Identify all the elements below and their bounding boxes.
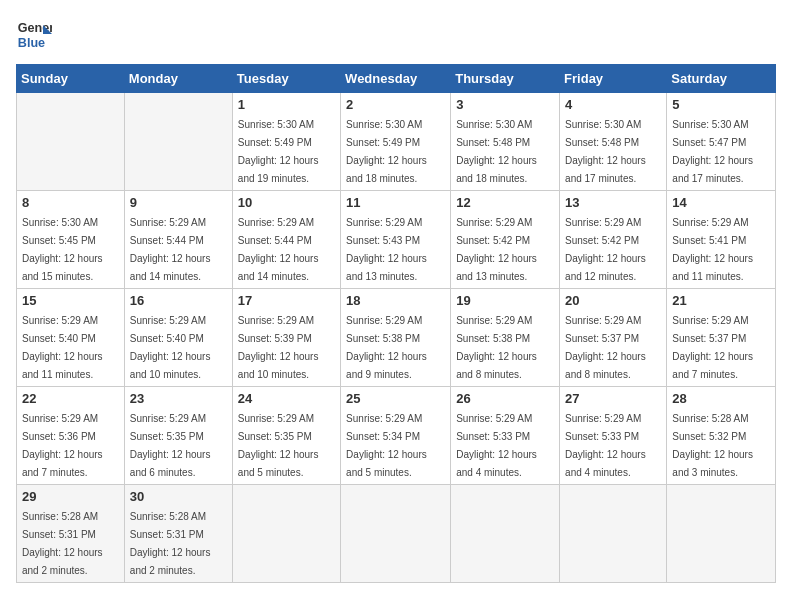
calendar-week-row: 15 Sunrise: 5:29 AMSunset: 5:40 PMDaylig… — [17, 289, 776, 387]
day-number: 29 — [22, 489, 119, 504]
day-info: Sunrise: 5:29 AMSunset: 5:38 PMDaylight:… — [456, 315, 537, 380]
weekday-header: Monday — [124, 65, 232, 93]
calendar-day-cell: 15 Sunrise: 5:29 AMSunset: 5:40 PMDaylig… — [17, 289, 125, 387]
calendar-empty-cell — [341, 485, 451, 583]
calendar-empty-cell — [667, 485, 776, 583]
calendar-week-row: 8 Sunrise: 5:30 AMSunset: 5:45 PMDayligh… — [17, 191, 776, 289]
day-info: Sunrise: 5:29 AMSunset: 5:37 PMDaylight:… — [565, 315, 646, 380]
calendar-day-cell: 26 Sunrise: 5:29 AMSunset: 5:33 PMDaylig… — [451, 387, 560, 485]
day-number: 17 — [238, 293, 335, 308]
day-info: Sunrise: 5:30 AMSunset: 5:48 PMDaylight:… — [456, 119, 537, 184]
calendar-week-row: 29 Sunrise: 5:28 AMSunset: 5:31 PMDaylig… — [17, 485, 776, 583]
day-info: Sunrise: 5:30 AMSunset: 5:45 PMDaylight:… — [22, 217, 103, 282]
day-number: 12 — [456, 195, 554, 210]
day-info: Sunrise: 5:29 AMSunset: 5:34 PMDaylight:… — [346, 413, 427, 478]
calendar-day-cell: 5 Sunrise: 5:30 AMSunset: 5:47 PMDayligh… — [667, 93, 776, 191]
day-number: 9 — [130, 195, 227, 210]
calendar-day-cell: 21 Sunrise: 5:29 AMSunset: 5:37 PMDaylig… — [667, 289, 776, 387]
calendar-day-cell: 25 Sunrise: 5:29 AMSunset: 5:34 PMDaylig… — [341, 387, 451, 485]
logo-icon: General Blue — [16, 16, 52, 52]
day-number: 23 — [130, 391, 227, 406]
calendar-day-cell: 19 Sunrise: 5:29 AMSunset: 5:38 PMDaylig… — [451, 289, 560, 387]
day-info: Sunrise: 5:29 AMSunset: 5:35 PMDaylight:… — [130, 413, 211, 478]
calendar-day-cell: 18 Sunrise: 5:29 AMSunset: 5:38 PMDaylig… — [341, 289, 451, 387]
day-number: 2 — [346, 97, 445, 112]
calendar-day-cell: 4 Sunrise: 5:30 AMSunset: 5:48 PMDayligh… — [560, 93, 667, 191]
day-info: Sunrise: 5:30 AMSunset: 5:49 PMDaylight:… — [238, 119, 319, 184]
day-number: 8 — [22, 195, 119, 210]
day-number: 26 — [456, 391, 554, 406]
calendar-day-cell: 17 Sunrise: 5:29 AMSunset: 5:39 PMDaylig… — [232, 289, 340, 387]
day-number: 4 — [565, 97, 661, 112]
day-number: 14 — [672, 195, 770, 210]
day-info: Sunrise: 5:30 AMSunset: 5:49 PMDaylight:… — [346, 119, 427, 184]
calendar-day-cell: 30 Sunrise: 5:28 AMSunset: 5:31 PMDaylig… — [124, 485, 232, 583]
day-number: 20 — [565, 293, 661, 308]
day-info: Sunrise: 5:30 AMSunset: 5:48 PMDaylight:… — [565, 119, 646, 184]
calendar-day-cell: 24 Sunrise: 5:29 AMSunset: 5:35 PMDaylig… — [232, 387, 340, 485]
calendar-week-row: 1 Sunrise: 5:30 AMSunset: 5:49 PMDayligh… — [17, 93, 776, 191]
calendar-day-cell: 2 Sunrise: 5:30 AMSunset: 5:49 PMDayligh… — [341, 93, 451, 191]
weekday-header: Friday — [560, 65, 667, 93]
day-number: 15 — [22, 293, 119, 308]
calendar-empty-cell — [17, 93, 125, 191]
day-number: 22 — [22, 391, 119, 406]
day-number: 30 — [130, 489, 227, 504]
calendar-day-cell: 13 Sunrise: 5:29 AMSunset: 5:42 PMDaylig… — [560, 191, 667, 289]
day-info: Sunrise: 5:29 AMSunset: 5:40 PMDaylight:… — [22, 315, 103, 380]
calendar-day-cell: 11 Sunrise: 5:29 AMSunset: 5:43 PMDaylig… — [341, 191, 451, 289]
day-number: 10 — [238, 195, 335, 210]
calendar-day-cell: 16 Sunrise: 5:29 AMSunset: 5:40 PMDaylig… — [124, 289, 232, 387]
day-info: Sunrise: 5:29 AMSunset: 5:42 PMDaylight:… — [565, 217, 646, 282]
day-info: Sunrise: 5:29 AMSunset: 5:35 PMDaylight:… — [238, 413, 319, 478]
calendar-day-cell: 10 Sunrise: 5:29 AMSunset: 5:44 PMDaylig… — [232, 191, 340, 289]
day-number: 24 — [238, 391, 335, 406]
day-info: Sunrise: 5:28 AMSunset: 5:31 PMDaylight:… — [130, 511, 211, 576]
calendar-day-cell: 20 Sunrise: 5:29 AMSunset: 5:37 PMDaylig… — [560, 289, 667, 387]
weekday-header: Sunday — [17, 65, 125, 93]
day-info: Sunrise: 5:29 AMSunset: 5:44 PMDaylight:… — [130, 217, 211, 282]
day-info: Sunrise: 5:29 AMSunset: 5:41 PMDaylight:… — [672, 217, 753, 282]
day-info: Sunrise: 5:28 AMSunset: 5:32 PMDaylight:… — [672, 413, 753, 478]
weekday-header: Tuesday — [232, 65, 340, 93]
day-info: Sunrise: 5:29 AMSunset: 5:40 PMDaylight:… — [130, 315, 211, 380]
day-info: Sunrise: 5:29 AMSunset: 5:39 PMDaylight:… — [238, 315, 319, 380]
calendar-empty-cell — [451, 485, 560, 583]
calendar-table: SundayMondayTuesdayWednesdayThursdayFrid… — [16, 64, 776, 583]
day-info: Sunrise: 5:29 AMSunset: 5:36 PMDaylight:… — [22, 413, 103, 478]
day-info: Sunrise: 5:29 AMSunset: 5:38 PMDaylight:… — [346, 315, 427, 380]
day-info: Sunrise: 5:30 AMSunset: 5:47 PMDaylight:… — [672, 119, 753, 184]
day-info: Sunrise: 5:29 AMSunset: 5:43 PMDaylight:… — [346, 217, 427, 282]
calendar-empty-cell — [124, 93, 232, 191]
calendar-week-row: 22 Sunrise: 5:29 AMSunset: 5:36 PMDaylig… — [17, 387, 776, 485]
day-number: 16 — [130, 293, 227, 308]
day-number: 18 — [346, 293, 445, 308]
calendar-day-cell: 8 Sunrise: 5:30 AMSunset: 5:45 PMDayligh… — [17, 191, 125, 289]
calendar-day-cell: 22 Sunrise: 5:29 AMSunset: 5:36 PMDaylig… — [17, 387, 125, 485]
day-number: 5 — [672, 97, 770, 112]
calendar-day-cell: 3 Sunrise: 5:30 AMSunset: 5:48 PMDayligh… — [451, 93, 560, 191]
weekday-header: Saturday — [667, 65, 776, 93]
day-number: 11 — [346, 195, 445, 210]
weekday-header: Thursday — [451, 65, 560, 93]
calendar-empty-cell — [232, 485, 340, 583]
svg-text:Blue: Blue — [18, 36, 45, 50]
day-number: 19 — [456, 293, 554, 308]
day-info: Sunrise: 5:29 AMSunset: 5:37 PMDaylight:… — [672, 315, 753, 380]
day-info: Sunrise: 5:29 AMSunset: 5:33 PMDaylight:… — [456, 413, 537, 478]
calendar-day-cell: 29 Sunrise: 5:28 AMSunset: 5:31 PMDaylig… — [17, 485, 125, 583]
weekday-header: Wednesday — [341, 65, 451, 93]
day-number: 3 — [456, 97, 554, 112]
calendar-day-cell: 9 Sunrise: 5:29 AMSunset: 5:44 PMDayligh… — [124, 191, 232, 289]
day-number: 25 — [346, 391, 445, 406]
day-number: 13 — [565, 195, 661, 210]
day-number: 1 — [238, 97, 335, 112]
calendar-day-cell: 12 Sunrise: 5:29 AMSunset: 5:42 PMDaylig… — [451, 191, 560, 289]
day-number: 27 — [565, 391, 661, 406]
logo: General Blue — [16, 16, 52, 52]
day-number: 21 — [672, 293, 770, 308]
day-number: 28 — [672, 391, 770, 406]
day-info: Sunrise: 5:29 AMSunset: 5:44 PMDaylight:… — [238, 217, 319, 282]
calendar-day-cell: 1 Sunrise: 5:30 AMSunset: 5:49 PMDayligh… — [232, 93, 340, 191]
calendar-day-cell: 27 Sunrise: 5:29 AMSunset: 5:33 PMDaylig… — [560, 387, 667, 485]
